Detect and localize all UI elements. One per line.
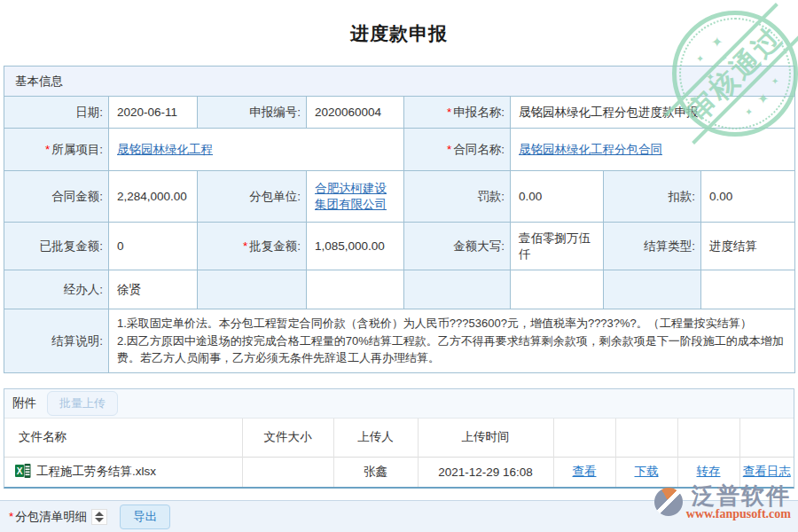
field-label: 结算类型:: [604, 223, 701, 270]
transfer-link[interactable]: 转存: [697, 465, 721, 478]
attachment-row: X工程施工劳务结算.xlsx张鑫2021-12-29 16:08查看下载转存查看…: [4, 457, 794, 487]
page-title: 进度款申报: [0, 0, 798, 66]
attachments-table: 文件名称文件大小上传人上传时间 X工程施工劳务结算.xlsx张鑫2021-12-…: [4, 419, 794, 487]
attachments-title: 附件: [12, 395, 36, 411]
attachments-column-header-row: 文件名称文件大小上传人上传时间: [4, 419, 794, 457]
project-link: 晟铭园林绿化工程: [109, 129, 404, 171]
date-value: 2020-06-11: [109, 97, 198, 129]
attachments-column-header: 上传人: [333, 419, 418, 457]
empty-label-cell: [404, 270, 511, 309]
attachments-column-header-empty: [739, 419, 794, 457]
file-name-cell: X工程施工劳务结算.xlsx: [4, 457, 242, 487]
info-row: 经办人:徐贤: [4, 270, 795, 309]
attachments-header: 附件 批量上传: [4, 389, 794, 419]
attachments-column-header-empty: [553, 419, 615, 457]
field-label: 日期:: [4, 97, 109, 129]
svg-text:X: X: [17, 466, 23, 476]
view-log-link[interactable]: 查看日志: [743, 465, 791, 478]
upload-time-cell: 2021-12-29 16:08: [418, 457, 553, 487]
amount-in-words-value: 壹佰零捌万伍仟: [511, 223, 604, 270]
action-cell: 下载: [615, 457, 677, 487]
info-row: 已批复金额:0*批复金额:1,085,000.00金额大写:壹佰零捌万伍仟结算类…: [4, 223, 795, 270]
info-row: 合同金额:2,284,000.00分包单位:合肥达柯建设集团有限公司罚款:0.0…: [4, 171, 795, 223]
file-name: 工程施工劳务结算.xlsx: [36, 464, 156, 480]
view-link[interactable]: 查看: [573, 465, 597, 478]
attachments-column-header-empty: [615, 419, 677, 457]
empty-label-cell: [604, 270, 701, 309]
required-asterisk: *: [45, 143, 50, 156]
contract-link: 晟铭园林绿化工程分包合同: [511, 129, 795, 171]
uploader-cell: 张鑫: [333, 457, 418, 487]
handler-value: 徐贤: [109, 270, 198, 309]
settlement-note-line: 2.因乙方原因中途退场的按完成合格工程量的70%结算工程款。乙方不得再要求结算剩…: [117, 332, 786, 367]
basic-info-table: 基本信息 日期:2020-06-11申报编号:2020060004*申报名称:晟…: [4, 66, 795, 373]
detail-bar-label: 分包清单明细: [15, 509, 87, 525]
batch-upload-button[interactable]: 批量上传: [47, 391, 118, 416]
required-asterisk: *: [9, 510, 13, 523]
approval-amount-value: 1,085,000.00: [307, 223, 404, 270]
settlement-note-line: 1.采取固定单价法。本分包工程暂定合同价款（含税价）为人民币???53600?元…: [117, 315, 786, 332]
field-label: 扣款:: [604, 171, 701, 223]
info-row: 结算说明:1.采取固定单价法。本分包工程暂定合同价款（含税价）为人民币???53…: [4, 309, 795, 373]
attachments-panel: 附件 批量上传 文件名称文件大小上传人上传时间 X工程施工劳务结算.xlsx张鑫…: [4, 388, 794, 489]
field-label: 分包单位:: [198, 171, 307, 223]
field-label: *合同名称:: [404, 129, 511, 171]
field-label: 申报编号:: [198, 97, 307, 129]
contract-amount-value: 2,284,000.00: [109, 171, 198, 223]
field-label: 合同金额:: [4, 171, 109, 223]
approved-amount-value: 0: [109, 223, 198, 270]
attachments-column-header: 文件名称: [4, 419, 242, 457]
attachments-column-header: 上传时间: [418, 419, 553, 457]
field-label: *所属项目:: [4, 129, 109, 171]
footer-logo: 泛普软件 www.fanpusoft.com: [654, 484, 791, 521]
attachments-column-header: 文件大小: [242, 419, 333, 457]
field-label: 结算说明:: [4, 309, 109, 373]
empty-label-cell: [198, 270, 307, 309]
brand-url: www.fanpusoft.com: [686, 508, 791, 521]
field-label: 罚款:: [404, 171, 511, 223]
required-asterisk: *: [243, 239, 247, 253]
subcontractor-link[interactable]: 合肥达柯建设集团有限公司: [315, 182, 387, 211]
field-label: *批复金额:: [198, 223, 307, 270]
field-label: 经办人:: [4, 270, 109, 309]
subcontractor-link: 合肥达柯建设集团有限公司: [307, 171, 404, 223]
section-header-row: 基本信息: [4, 66, 795, 97]
settlement-type-value: 进度结算: [701, 223, 795, 270]
field-label: *申报名称:: [404, 97, 511, 129]
declaration-no-value: 2020060004: [307, 97, 404, 129]
field-value: [307, 270, 404, 309]
field-value: [701, 270, 795, 309]
action-cell: 查看: [553, 457, 615, 487]
info-row: *所属项目:晟铭园林绿化工程*合同名称:晟铭园林绿化工程分包合同: [4, 129, 795, 171]
field-label: 已批复金额:: [4, 223, 109, 270]
sort-arrows-icon[interactable]: [91, 509, 107, 525]
info-row: 日期:2020-06-11申报编号:2020060004*申报名称:晟铭园林绿化…: [4, 97, 795, 129]
settlement-note-value: 1.采取固定单价法。本分包工程暂定合同价款（含税价）为人民币???53600?元…: [109, 309, 795, 373]
deduction-value: 0.00: [701, 171, 795, 223]
penalty-value: 0.00: [511, 171, 604, 223]
file-size-cell: [242, 457, 333, 487]
attachments-column-header-empty: [677, 419, 739, 457]
project-link[interactable]: 晟铭园林绿化工程: [117, 143, 213, 156]
field-value: [511, 270, 604, 309]
field-label: 金额大写:: [404, 223, 511, 270]
section-title: 基本信息: [4, 66, 795, 97]
required-asterisk: *: [447, 106, 451, 119]
contract-link[interactable]: 晟铭园林绿化工程分包合同: [519, 143, 662, 156]
required-asterisk: *: [447, 143, 451, 156]
export-button[interactable]: 导出: [120, 505, 170, 529]
excel-icon: X: [15, 464, 31, 481]
fanpu-logo-icon: [654, 488, 683, 516]
download-link[interactable]: 下载: [635, 465, 659, 478]
page: 进度款申报 审核通过 ✦ ✦ ✦ ✦ ✦ ✦ ✦ 基本信息 日期:2020-06…: [0, 0, 798, 532]
brand-name: 泛普软件: [692, 484, 791, 508]
declaration-name-value: 晟铭园林绿化工程分包进度款申报: [511, 97, 795, 129]
